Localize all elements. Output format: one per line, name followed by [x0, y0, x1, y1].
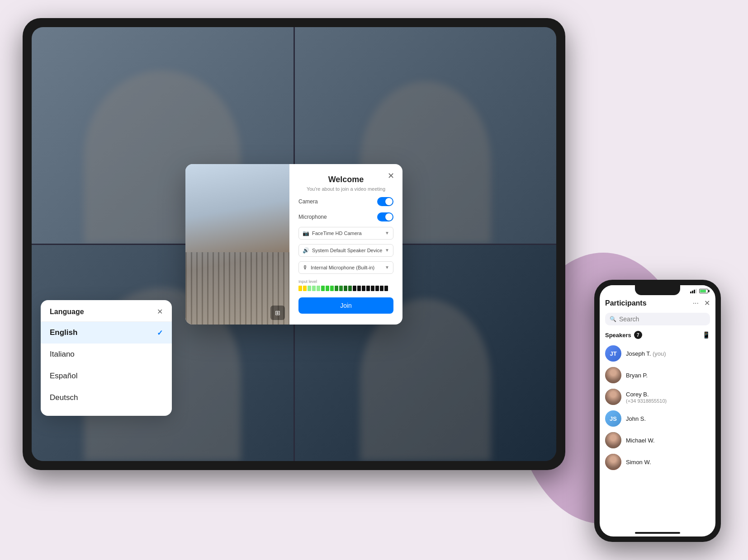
participant-name-3: John S. — [626, 414, 646, 423]
level-bar-17 — [375, 286, 379, 291]
input-level-section: Input level — [298, 279, 393, 291]
participants-actions: ··· ✕ — [693, 299, 710, 307]
svg-rect-0 — [690, 292, 691, 293]
speakers-section: Speakers 7 📱 JTJoseph T. (you)Bryan P.Co… — [605, 331, 710, 473]
level-bar-15 — [366, 286, 370, 291]
language-item-deutsch[interactable]: Deutsch — [41, 387, 172, 409]
mic-device-icon: 🎙 — [303, 264, 308, 271]
participant-name-text-1: Bryan P. — [626, 372, 648, 379]
join-button[interactable]: Join — [298, 297, 393, 314]
phone-status-icons — [690, 289, 708, 293]
participant-avatar-2 — [605, 389, 621, 405]
welcome-modal-wrapper: ⊞ ✕ Welcome You're about to join a video… — [185, 164, 402, 325]
language-item-italiano[interactable]: Italiano — [41, 344, 172, 365]
language-close-button[interactable]: ✕ — [157, 307, 163, 316]
camera-device-select[interactable]: 📷FaceTime HD Camera ▼ — [298, 227, 393, 240]
language-item-label-2: Español — [50, 372, 77, 381]
language-item-español[interactable]: Español — [41, 365, 172, 387]
level-bar-0 — [298, 286, 302, 291]
participant-name-text-0: Joseph T. (you) — [626, 350, 666, 357]
level-bar-18 — [380, 286, 383, 291]
preview-capture-icon[interactable]: ⊞ — [270, 306, 285, 320]
language-item-label-3: Deutsch — [50, 393, 78, 402]
participant-name-text-4: Michael W. — [626, 437, 655, 444]
tablet-device: ⊞ ✕ Welcome You're about to join a video… — [23, 18, 565, 470]
level-bar-7 — [330, 286, 334, 291]
participant-phone-tag-2: (+34 9318855510) — [626, 398, 667, 404]
camera-device-icon: 📷 — [303, 230, 309, 236]
participant-name-1: Bryan P. — [626, 371, 648, 379]
participant-name-5: Simon W. — [626, 458, 651, 466]
level-bar-11 — [348, 286, 352, 291]
participant-avatar-0: JT — [605, 345, 621, 362]
close-panel-icon[interactable]: ✕ — [704, 299, 710, 307]
camera-device-label: FaceTime HD Camera — [312, 231, 362, 236]
participant-name-4: Michael W. — [626, 436, 655, 444]
level-bar-13 — [357, 286, 361, 291]
modal-subtitle: You're about to join a video meeting — [298, 186, 393, 192]
level-bar-12 — [353, 286, 356, 291]
camera-toggle-row: Camera — [298, 196, 393, 207]
language-title: Language — [50, 308, 84, 316]
camera-toggle[interactable] — [377, 197, 393, 206]
battery-icon — [699, 289, 708, 293]
more-options-icon[interactable]: ··· — [693, 299, 699, 307]
phone-screen: Participants ··· ✕ 🔍 Speakers 7 📱 — [600, 285, 715, 536]
language-item-english[interactable]: English✓ — [41, 322, 172, 344]
level-bar-6 — [326, 286, 329, 291]
language-check-icon: ✓ — [157, 329, 163, 337]
camera-label: Camera — [298, 198, 318, 205]
phone-device: Participants ··· ✕ 🔍 Speakers 7 📱 — [594, 280, 721, 542]
participant-avatar-5 — [605, 454, 621, 470]
camera-device-chevron: ▼ — [385, 231, 389, 235]
modal-close-button[interactable]: ✕ — [385, 170, 396, 181]
microphone-toggle-row: Microphone — [298, 212, 393, 222]
speakers-count: 7 — [634, 331, 642, 339]
welcome-modal: ⊞ ✕ Welcome You're about to join a video… — [185, 164, 402, 325]
participant-name-text-5: Simon W. — [626, 459, 651, 466]
language-item-label-0: English — [50, 328, 77, 337]
level-bar-19 — [384, 286, 388, 291]
search-input[interactable] — [619, 315, 705, 323]
participant-item-1: Bryan P. — [605, 364, 710, 386]
mic-device-label: Internal Microphone (Built-in) — [311, 265, 374, 270]
mic-device-chevron: ▼ — [385, 265, 389, 270]
participants-list: JTJoseph T. (you)Bryan P.Corey B.(+34 93… — [605, 343, 710, 473]
participant-name-text-3: John S. — [626, 415, 646, 422]
speakers-header: Speakers 7 📱 — [605, 331, 710, 339]
svg-rect-3 — [696, 289, 697, 293]
language-dropdown: Language ✕ English✓ItalianoEspañolDeutsc… — [41, 300, 172, 416]
participant-you-tag: (you) — [651, 350, 666, 357]
microphone-toggle[interactable] — [377, 212, 393, 221]
signal-icon — [690, 289, 697, 293]
speakers-action-icon[interactable]: 📱 — [702, 331, 710, 339]
level-bar-16 — [371, 286, 374, 291]
input-level-bars — [298, 286, 393, 291]
modal-content-panel: ✕ Welcome You're about to join a video m… — [289, 164, 402, 325]
speaker-device-select[interactable]: 🔊System Default Speaker Device ▼ — [298, 244, 393, 257]
search-icon: 🔍 — [610, 316, 616, 322]
input-level-label: Input level — [298, 279, 393, 284]
phone-notch — [635, 285, 680, 295]
level-bar-1 — [303, 286, 307, 291]
speaker-device-chevron: ▼ — [385, 248, 389, 253]
level-bar-8 — [335, 286, 338, 291]
speaker-device-icon: 🔊 — [303, 247, 309, 254]
level-bar-9 — [339, 286, 343, 291]
speakers-title: Speakers — [605, 332, 631, 339]
participants-panel: Participants ··· ✕ 🔍 Speakers 7 📱 — [600, 295, 715, 473]
level-bar-2 — [308, 286, 311, 291]
participant-avatar-4 — [605, 432, 621, 448]
microphone-label: Microphone — [298, 214, 327, 220]
phone-home-indicator — [635, 532, 680, 534]
participants-title: Participants — [605, 299, 647, 307]
participant-avatar-3: JS — [605, 410, 621, 427]
participant-item-0: JTJoseph T. (you) — [605, 343, 710, 364]
participant-name-0: Joseph T. (you) — [626, 349, 666, 358]
language-item-label-1: Italiano — [50, 350, 75, 359]
level-bar-4 — [317, 286, 320, 291]
language-header: Language ✕ — [41, 307, 172, 322]
svg-rect-2 — [694, 290, 695, 293]
mic-device-select[interactable]: 🎙Internal Microphone (Built-in) ▼ — [298, 261, 393, 274]
search-bar[interactable]: 🔍 — [605, 313, 710, 325]
